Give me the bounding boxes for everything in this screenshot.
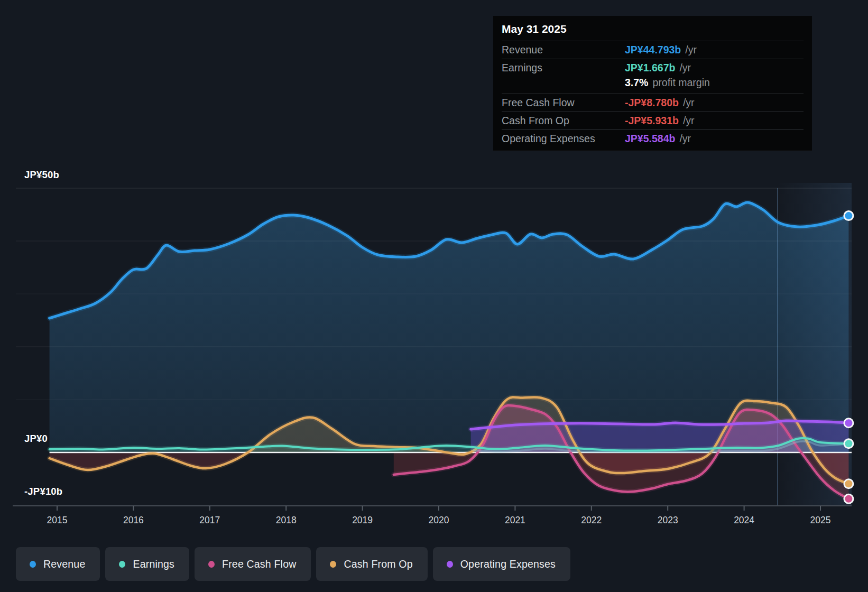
- tooltip-label-free-cash-flow: Free Cash Flow: [502, 97, 625, 109]
- tooltip-row-operating-expenses: Operating ExpensesJP¥5.584b/yr: [502, 130, 804, 147]
- x-axis-label-2018: 2018: [276, 515, 297, 526]
- y-axis-label-neg10b: -JP¥10b: [24, 486, 62, 497]
- x-axis-label-2016: 2016: [123, 515, 144, 526]
- legend-item-free-cash-flow[interactable]: Free Cash Flow: [195, 547, 311, 581]
- legend-label-cash-from-op: Cash From Op: [344, 558, 412, 570]
- x-axis-label-2015: 2015: [47, 515, 68, 526]
- x-axis-label-2020: 2020: [429, 515, 449, 526]
- x-axis-label-2024: 2024: [734, 515, 754, 526]
- free-cash-flow-end-marker: [844, 494, 853, 503]
- tooltip-row-cash-from-op: Cash From Op-JP¥5.931b/yr: [502, 112, 804, 130]
- legend-item-earnings[interactable]: Earnings: [105, 547, 189, 581]
- tooltip-suffix-cash-from-op: /yr: [683, 115, 695, 127]
- revenue-end-marker: [844, 211, 853, 220]
- tooltip-label-revenue: Revenue: [502, 44, 625, 56]
- tooltip-suffix-earnings: /yr: [679, 62, 691, 74]
- x-axis-label-2019: 2019: [352, 515, 373, 526]
- tooltip-label-earnings: Earnings: [502, 62, 625, 74]
- revenue-legend-dot-icon: [30, 561, 36, 568]
- tooltip-date: May 31 2025: [502, 16, 804, 41]
- tooltip-value-earnings: JP¥1.667b: [625, 62, 675, 74]
- tooltip-suffix-revenue: /yr: [685, 44, 697, 56]
- cash-from-op-legend-dot-icon: [330, 561, 336, 568]
- tooltip-label-operating-expenses: Operating Expenses: [502, 133, 625, 145]
- tooltip-row-revenue: RevenueJP¥44.793b/yr: [502, 41, 804, 59]
- tooltip-label-cash-from-op: Cash From Op: [502, 115, 625, 127]
- x-axis-label-2025: 2025: [810, 515, 831, 526]
- operating-expenses-legend-dot-icon: [447, 561, 453, 568]
- cash-from-op-end-marker: [844, 479, 853, 488]
- x-axis-label-2023: 2023: [658, 515, 678, 526]
- tooltip-suffix-operating-expenses: /yr: [679, 133, 691, 145]
- legend-item-revenue[interactable]: Revenue: [16, 547, 100, 581]
- y-axis-label-50b: JP¥50b: [24, 169, 59, 181]
- tooltip-value-free-cash-flow: -JP¥8.780b: [625, 97, 679, 109]
- legend-item-cash-from-op[interactable]: Cash From Op: [316, 547, 427, 581]
- chart-tooltip: May 31 2025 RevenueJP¥44.793b/yrEarnings…: [493, 16, 812, 151]
- operating-expenses-end-marker: [844, 419, 853, 428]
- tooltip-row-free-cash-flow: Free Cash Flow-JP¥8.780b/yr: [502, 94, 804, 112]
- x-axis-label-2022: 2022: [581, 515, 602, 526]
- legend-label-operating-expenses: Operating Expenses: [460, 558, 556, 570]
- legend-label-revenue: Revenue: [43, 558, 85, 570]
- x-axis-label-2017: 2017: [199, 515, 220, 526]
- legend-label-earnings: Earnings: [133, 558, 174, 570]
- free-cash-flow-legend-dot-icon: [208, 561, 215, 568]
- tooltip-value-revenue: JP¥44.793b: [625, 44, 681, 56]
- x-axis-label-2021: 2021: [505, 515, 525, 526]
- tooltip-value-profit-margin: 3.7%: [625, 77, 648, 89]
- tooltip-value-cash-from-op: -JP¥5.931b: [625, 115, 679, 127]
- earnings-revenue-history-chart: JP¥50b JP¥0 -JP¥10b 20152016201720182019…: [0, 0, 868, 592]
- tooltip-suffix-free-cash-flow: /yr: [683, 97, 695, 109]
- y-axis-label-0: JP¥0: [24, 433, 48, 445]
- legend-label-free-cash-flow: Free Cash Flow: [222, 558, 296, 570]
- tooltip-row-profit-margin: 3.7%profit margin: [502, 77, 804, 94]
- earnings-legend-dot-icon: [119, 561, 125, 568]
- tooltip-row-earnings: EarningsJP¥1.667b/yr: [502, 59, 804, 77]
- legend-item-operating-expenses[interactable]: Operating Expenses: [433, 547, 570, 581]
- chart-legend: RevenueEarningsFree Cash FlowCash From O…: [16, 547, 570, 581]
- earnings-end-marker: [844, 439, 853, 448]
- tooltip-value-operating-expenses: JP¥5.584b: [625, 133, 675, 145]
- tooltip-suffix-profit-margin: profit margin: [652, 77, 709, 89]
